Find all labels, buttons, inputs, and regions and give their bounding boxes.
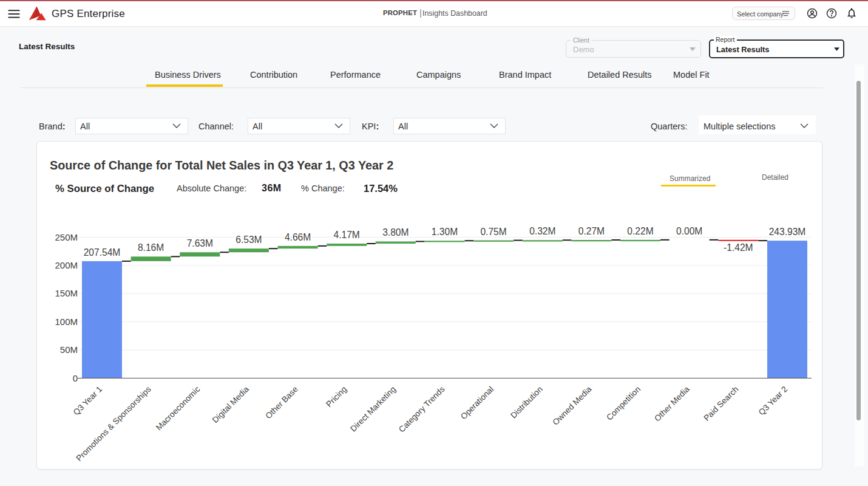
svg-text:4.66M: 4.66M [285,232,311,242]
svg-text:1.30M: 1.30M [432,227,458,237]
svg-text:150M: 150M [55,288,78,298]
svg-text:Competition: Competition [605,385,642,422]
svg-text:Direct Marketing: Direct Marketing [348,385,398,434]
svg-text:6.53M: 6.53M [236,234,262,245]
svg-text:Digital Media: Digital Media [211,385,251,425]
svg-text:243.93M: 243.93M [769,227,806,237]
svg-text:4.17M: 4.17M [334,230,360,240]
svg-text:Macroeconomic: Macroeconomic [154,385,202,433]
svg-text:0.27M: 0.27M [578,226,605,236]
svg-text:Distribution: Distribution [509,385,544,420]
svg-text:Paid Search: Paid Search [702,385,740,423]
svg-text:Q3 Year 2: Q3 Year 2 [757,385,789,417]
svg-text:Owned Media: Owned Media [551,385,594,427]
svg-text:Other Media: Other Media [653,385,691,423]
svg-text:0.32M: 0.32M [529,226,555,236]
svg-text:250M: 250M [55,232,78,242]
svg-text:207.54M: 207.54M [84,247,121,258]
svg-text:0.00M: 0.00M [676,226,702,236]
svg-text:Other Base: Other Base [263,385,299,420]
svg-text:-1.42M: -1.42M [724,242,753,253]
svg-text:0: 0 [73,373,78,383]
svg-text:0.22M: 0.22M [627,226,653,236]
svg-text:8.16M: 8.16M [138,242,164,253]
svg-text:7.63M: 7.63M [187,238,213,248]
svg-text:Category Trends: Category Trends [397,385,447,434]
svg-text:3.80M: 3.80M [382,227,409,238]
svg-text:200M: 200M [55,260,78,270]
svg-text:50M: 50M [60,344,78,355]
svg-text:Pricing: Pricing [324,385,348,409]
svg-text:Q3 Year 1: Q3 Year 1 [72,385,104,417]
svg-text:0.75M: 0.75M [480,227,506,237]
svg-text:100M: 100M [55,317,78,327]
svg-text:Operational: Operational [459,385,495,421]
